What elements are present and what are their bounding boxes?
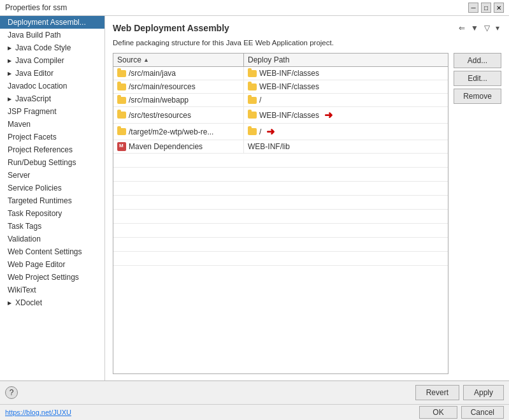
cell-source: /src/main/java (113, 67, 244, 80)
sidebar-item-jsp-fragment[interactable]: JSP Fragment (0, 105, 104, 118)
ok-button[interactable]: OK (419, 406, 457, 419)
table-row[interactable]: /src/test/resourcesWEB-INF/classes➜ (113, 107, 448, 124)
sort-arrow-icon: ▲ (143, 57, 149, 63)
table-row[interactable]: /target/m2e-wtp/web-re.../➜ (113, 124, 448, 140)
sidebar: Deployment Assembl...Java Build PathJava… (0, 16, 105, 380)
sidebar-item-project-references[interactable]: Project References (0, 143, 104, 156)
cell-deploy: WEB-INF/classes (244, 80, 448, 93)
remove-button[interactable]: Remove (454, 89, 501, 104)
cell-deploy: / (244, 94, 448, 106)
sidebar-item-javadoc-location[interactable]: Javadoc Location (0, 80, 104, 92)
action-buttons: Add... Edit... Remove (454, 53, 501, 374)
sidebar-item-java-editor[interactable]: Java Editor (0, 67, 104, 80)
folder-icon (117, 70, 126, 77)
sidebar-item-java-code-style[interactable]: Java Code Style (0, 41, 104, 54)
table-row[interactable]: /src/main/javaWEB-INF/classes (113, 67, 448, 80)
sidebar-item-task-repository[interactable]: Task Repository (0, 207, 104, 220)
cell-deploy: /➜ (244, 124, 448, 140)
close-btn[interactable]: ✕ (494, 3, 504, 13)
panel-description: Define packaging structure for this Java… (113, 39, 501, 47)
deploy-text: WEB-INF/classes (259, 82, 319, 91)
add-button[interactable]: Add... (454, 53, 501, 68)
sidebar-item-targeted-runtimes[interactable]: Targeted Runtimes (0, 194, 104, 207)
cell-deploy: WEB-INF/classes (244, 67, 448, 80)
empty-row (113, 154, 448, 168)
sidebar-item-javascript[interactable]: JavaScript (0, 92, 104, 105)
sidebar-item-wikitext[interactable]: WikiText (0, 284, 104, 296)
sidebar-item-validation[interactable]: Validation (0, 233, 104, 245)
folder-icon (117, 83, 126, 91)
cell-source: /src/main/webapp (113, 94, 244, 106)
deploy-text: / (259, 96, 261, 105)
empty-row (113, 252, 448, 266)
maximize-btn[interactable]: □ (481, 3, 491, 13)
source-text: /src/main/webapp (129, 96, 189, 105)
sidebar-item-java-compiler[interactable]: Java Compiler (0, 54, 104, 67)
cell-source: /target/m2e-wtp/web-re... (113, 124, 244, 140)
source-text: /src/main/resources (129, 82, 196, 91)
col-deploy-label: Deploy Path (248, 55, 289, 64)
folder-icon (248, 83, 257, 91)
apply-button[interactable]: Apply (463, 385, 504, 400)
nav-down-btn[interactable]: ▽ (482, 22, 492, 34)
cell-deploy: WEB-INF/lib (244, 140, 448, 153)
sidebar-item-web-page-editor[interactable]: Web Page Editor (0, 258, 104, 271)
col-source-label: Source (117, 55, 141, 64)
source-text: /src/main/java (129, 69, 176, 78)
sidebar-item-service-policies[interactable]: Service Policies (0, 182, 104, 194)
deploy-text: / (259, 127, 261, 136)
empty-row (113, 210, 448, 224)
panel-title: Web Deployment Assembly (113, 23, 229, 33)
sidebar-item-deployment-assembly[interactable]: Deployment Assembl... (0, 16, 104, 29)
edit-button[interactable]: Edit... (454, 71, 501, 86)
source-text: /src/test/resources (129, 111, 191, 120)
deploy-text: WEB-INF/classes (259, 111, 319, 120)
table-row[interactable]: /src/main/resourcesWEB-INF/classes (113, 80, 448, 94)
table-row[interactable]: Maven DependenciesWEB-INF/lib (113, 140, 448, 154)
empty-row (113, 238, 448, 252)
title-bar-title: Properties for ssm (5, 3, 67, 12)
maven-icon (117, 142, 126, 151)
empty-row (113, 224, 448, 238)
sidebar-item-web-content-settings[interactable]: Web Content Settings (0, 245, 104, 258)
sidebar-item-xdoclet[interactable]: XDoclet (0, 296, 104, 309)
revert-button[interactable]: Revert (415, 385, 459, 400)
status-url[interactable]: https://blog.net/JUXU (5, 409, 71, 416)
folder-icon (117, 97, 126, 104)
empty-row (113, 168, 448, 182)
cell-source: /src/main/resources (113, 80, 244, 93)
bottom-bar: ? Revert Apply (0, 380, 509, 404)
minimize-btn[interactable]: ─ (468, 3, 478, 13)
sidebar-item-java-build-path[interactable]: Java Build Path (0, 29, 104, 41)
help-btn[interactable]: ? (5, 386, 18, 399)
cell-deploy: WEB-INF/classes➜ (244, 107, 448, 123)
table-row[interactable]: /src/main/webapp/ (113, 94, 448, 107)
title-bar: Properties for ssm ─ □ ✕ (0, 0, 509, 16)
folder-icon (117, 128, 126, 135)
cell-source: /src/test/resources (113, 107, 244, 123)
status-bar: https://blog.net/JUXU OK Cancel (0, 404, 509, 420)
right-panel: Web Deployment Assembly ⇐ ▼ ▽ ▾ Define p… (105, 16, 509, 380)
red-arrow-icon: ➜ (266, 126, 275, 138)
nav-forward-btn[interactable]: ▼ (469, 22, 480, 34)
sidebar-item-run-debug-settings[interactable]: Run/Debug Settings (0, 156, 104, 169)
sidebar-item-web-project-settings[interactable]: Web Project Settings (0, 271, 104, 284)
folder-icon (248, 97, 257, 104)
red-arrow-icon: ➜ (324, 109, 333, 121)
source-text: Maven Dependencies (129, 142, 203, 151)
deploy-text: WEB-INF/lib (248, 142, 290, 151)
folder-icon (248, 112, 257, 119)
folder-icon (248, 70, 257, 77)
deploy-text: WEB-INF/classes (259, 69, 319, 78)
nav-back-btn[interactable]: ⇐ (457, 22, 467, 34)
cell-source: Maven Dependencies (113, 140, 244, 153)
sidebar-item-server[interactable]: Server (0, 169, 104, 182)
empty-row (113, 196, 448, 210)
nav-more-btn[interactable]: ▾ (494, 22, 501, 34)
assembly-table: Source ▲ Deploy Path /src/main/javaWEB-I… (113, 53, 448, 374)
cancel-button[interactable]: Cancel (461, 406, 504, 419)
sidebar-item-maven[interactable]: Maven (0, 118, 104, 131)
sidebar-item-project-facets[interactable]: Project Facets (0, 131, 104, 143)
empty-row (113, 182, 448, 196)
sidebar-item-task-tags[interactable]: Task Tags (0, 220, 104, 233)
